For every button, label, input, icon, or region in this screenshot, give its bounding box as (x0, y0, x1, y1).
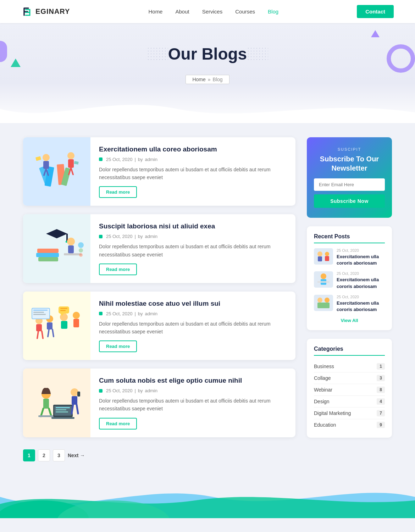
svg-rect-36 (33, 312, 44, 313)
categories-card: Categories Business 1 Collage 3 Webinar … (307, 339, 392, 438)
svg-point-68 (325, 298, 330, 303)
recent-post-content-1: 25 Oct, 2020 Exercitationem ulla cororis… (337, 248, 385, 266)
svg-rect-54 (56, 411, 68, 412)
svg-rect-29 (47, 322, 52, 329)
svg-rect-69 (317, 303, 330, 308)
blog-card-body-4: Cum soluta nobis est elige optio cumue n… (90, 368, 295, 437)
svg-line-11 (71, 168, 73, 174)
svg-rect-40 (60, 308, 67, 309)
recent-post-item-2: 25 Oct, 2020 Exercitationem ulla cororis… (314, 271, 385, 289)
recent-post-date-3: 25 Oct, 2020 (337, 295, 385, 299)
decorative-semicircle (0, 41, 7, 62)
recent-post-date-2: 25 Oct, 2020 (337, 271, 385, 276)
nav-item-about[interactable]: About (175, 9, 189, 15)
blog-excerpt-4: Dolor repellendus temporibus autem ui bu… (99, 397, 287, 413)
decorative-triangle-teal (11, 59, 21, 67)
blog-excerpt-1: Dolor repellendus temporibus autem ui bu… (99, 166, 287, 182)
main-content: Exercitationem ulla coreo aboriosam 25 O… (12, 137, 403, 461)
blog-card-image-3 (23, 292, 90, 360)
svg-rect-13 (74, 161, 79, 165)
recent-post-img-1 (314, 248, 333, 265)
svg-rect-57 (77, 392, 80, 397)
blog-card-meta-1: 25 Oct, 2020 | by admin (99, 157, 287, 162)
svg-point-4 (43, 154, 50, 161)
category-count-webinar: 8 (377, 387, 385, 393)
read-more-btn-1[interactable]: Read more (99, 186, 137, 198)
read-more-btn-3[interactable]: Read more (99, 340, 137, 352)
sidebar: SUSCIPIT Subscribe To Our Newsletter Sub… (307, 137, 392, 461)
svg-rect-21 (68, 245, 74, 253)
recent-post-img-3 (314, 295, 333, 311)
contact-button[interactable]: Contact (357, 5, 394, 18)
category-count-business: 1 (377, 363, 385, 370)
breadcrumb: Home » Blog (186, 75, 229, 84)
blog-card-image-1 (23, 137, 90, 206)
blog-card-title-3: Nihil molestiae cose atuo vel illum sui (99, 299, 287, 308)
blog-author-4: admin (145, 388, 157, 393)
newsletter-email-input[interactable] (314, 178, 385, 191)
blog-date-2: 25 Oct, 2020 (106, 234, 132, 239)
category-item-digital-marketing: Digital Marketing 7 (314, 408, 385, 419)
blog-card: Exercitationem ulla coreo aboriosam 25 O… (23, 137, 295, 206)
page-btn-2[interactable]: 2 (38, 449, 50, 461)
category-label-business: Business (314, 364, 334, 369)
category-label-collage: Collage (314, 375, 331, 381)
category-item-webinar: Webinar 8 (314, 384, 385, 396)
recent-post-title-3: Exercitationem ulla cororis aboriosam (337, 300, 385, 313)
category-label-education: Education (314, 422, 336, 428)
svg-point-24 (79, 248, 83, 253)
page-btn-1[interactable]: 1 (23, 449, 35, 461)
svg-rect-61 (318, 256, 322, 261)
svg-point-67 (317, 298, 322, 303)
svg-rect-9 (68, 159, 74, 168)
svg-rect-53 (56, 409, 66, 410)
navbar: EGINARY Home About Services Courses Blog… (0, 0, 415, 23)
recent-post-item-1: 25 Oct, 2020 Exercitationem ulla cororis… (314, 248, 385, 266)
svg-point-20 (67, 238, 75, 245)
next-btn[interactable]: Next → (68, 453, 85, 458)
svg-rect-41 (60, 310, 66, 311)
category-count-digital-marketing: 7 (377, 410, 385, 416)
svg-rect-56 (72, 396, 77, 405)
nav-item-courses[interactable]: Courses (235, 9, 255, 15)
newsletter-box: SUSCIPIT Subscribe To Our Newsletter Sub… (307, 137, 392, 218)
category-item-collage: Collage 3 (314, 372, 385, 384)
breadcrumb-separator: » (208, 77, 211, 82)
hero-wave (0, 95, 415, 123)
meta-dot (99, 157, 103, 161)
category-item-business: Business 1 (314, 361, 385, 372)
read-more-btn-2[interactable]: Read more (99, 264, 137, 275)
meta-dot-2 (99, 235, 103, 238)
decorative-circle-purple (387, 44, 415, 73)
recent-post-img-2 (314, 271, 333, 288)
svg-line-42 (37, 331, 38, 338)
nav-item-home[interactable]: Home (148, 9, 162, 15)
blog-card-body-1: Exercitationem ulla coreo aboriosam 25 O… (90, 137, 295, 206)
svg-rect-48 (38, 415, 54, 417)
recent-posts-title: Recent Posts (314, 233, 385, 243)
nav-item-services[interactable]: Services (202, 9, 223, 15)
recent-post-title-1: Exercitationem ulla cororis aboriosam (337, 254, 385, 266)
blog-card-title-1: Exercitationem ulla coreo aboriosam (99, 145, 287, 154)
blog-card-meta-4: 25 Oct, 2020 | by admin (99, 388, 287, 393)
nav-item-blog[interactable]: Blog (268, 9, 278, 15)
svg-rect-12 (35, 156, 41, 161)
svg-point-25 (79, 253, 83, 257)
newsletter-label: SUSCIPIT (314, 147, 385, 151)
blog-excerpt-2: Dolor repellendus temporibus autem ui bu… (99, 243, 287, 259)
blog-list: Exercitationem ulla coreo aboriosam 25 O… (23, 137, 295, 461)
blog-card-title-4: Cum soluta nobis est elige optio cumue n… (99, 376, 287, 385)
page-btn-3[interactable]: 3 (53, 449, 65, 461)
read-more-btn-4[interactable]: Read more (99, 418, 137, 430)
svg-rect-47 (43, 399, 49, 409)
category-label-design: Design (314, 399, 330, 404)
svg-rect-35 (33, 310, 48, 311)
view-all-link[interactable]: View All (314, 318, 385, 323)
breadcrumb-home[interactable]: Home (192, 77, 205, 82)
newsletter-subscribe-btn[interactable]: Subscribe Now (314, 194, 385, 208)
blog-date-1: 25 Oct, 2020 (106, 157, 132, 162)
svg-rect-63 (325, 256, 329, 261)
blog-card-body-3: Nihil molestiae cose atuo vel illum sui … (90, 292, 295, 360)
svg-line-59 (77, 405, 78, 414)
logo[interactable]: EGINARY (21, 6, 70, 17)
